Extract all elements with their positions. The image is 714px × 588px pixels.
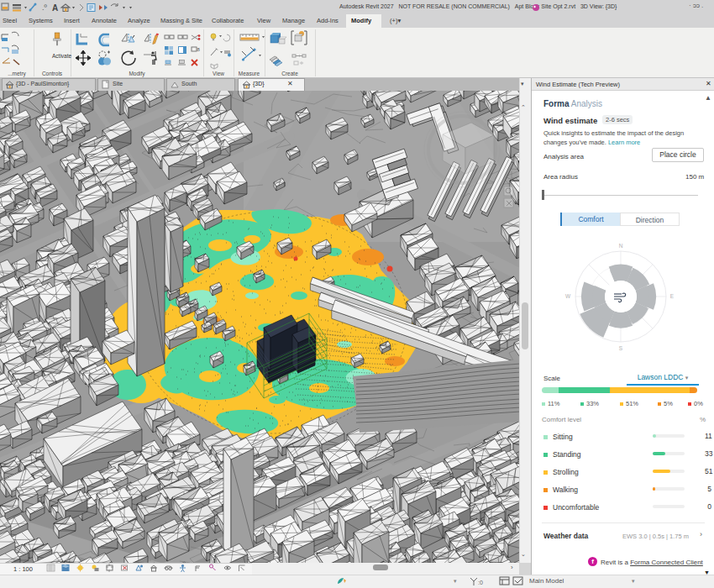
svg-text:N: N: [619, 243, 623, 249]
svg-text:S: S: [619, 345, 623, 351]
svg-text:E: E: [670, 293, 675, 299]
svg-text:Activate: Activate: [52, 53, 72, 59]
svg-text:.º: .º: [42, 3, 48, 12]
svg-text:8: 8: [197, 47, 201, 52]
svg-text:A: A: [52, 3, 58, 13]
svg-text::0: :0: [478, 580, 483, 585]
svg-text:W: W: [565, 293, 571, 299]
